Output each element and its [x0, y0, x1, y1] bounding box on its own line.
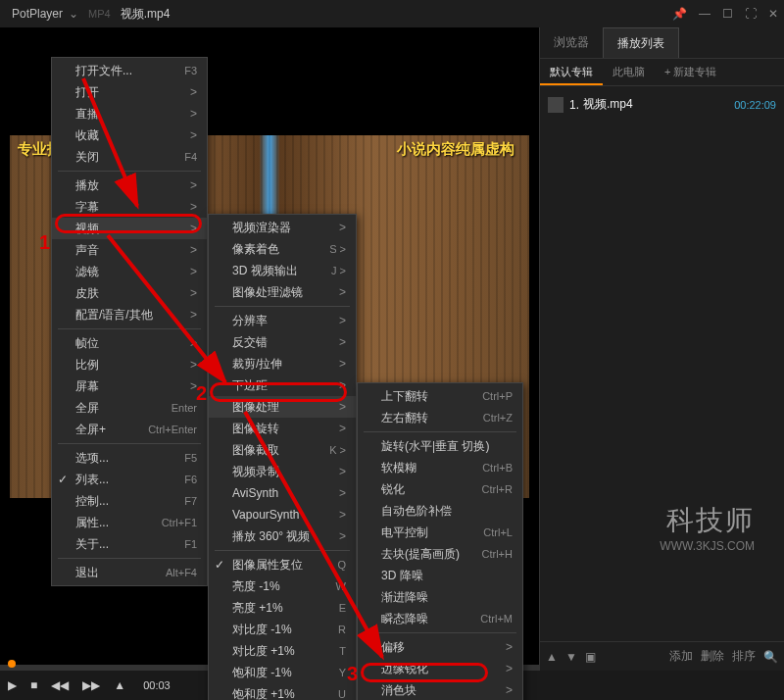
footer-add[interactable]: 添加 — [669, 648, 693, 665]
chevron-right-icon: > — [190, 85, 197, 99]
menu-item[interactable]: 播放 360° 视频> — [209, 525, 356, 547]
menu-item[interactable]: 图像旋转> — [209, 418, 356, 439]
menu-item[interactable]: 消色块> — [358, 679, 522, 700]
menu-item[interactable]: 图像截取K > — [209, 439, 356, 461]
chevron-right-icon: > — [190, 308, 197, 322]
menu-item-label: 收藏 — [75, 127, 182, 144]
footer-delete[interactable]: 删除 — [701, 648, 724, 665]
menu-item[interactable]: 帧位> — [52, 332, 207, 354]
chevron-right-icon: > — [506, 683, 513, 697]
menu-item[interactable]: ✓列表...F6 — [52, 469, 207, 490]
menu-item[interactable]: 渐进降噪 — [358, 586, 522, 608]
menu-item-shortcut: Ctrl+P — [482, 390, 513, 402]
menu-item[interactable]: 软模糊Ctrl+B — [358, 457, 522, 478]
menu-item[interactable]: VapourSynth> — [209, 504, 356, 525]
menu-item[interactable]: AviSynth> — [209, 482, 356, 504]
menu-item[interactable]: 播放> — [52, 175, 207, 196]
menu-item[interactable]: 比例> — [52, 354, 207, 375]
playlist-item[interactable]: 1. 视频.mp4 00:22:09 — [546, 92, 778, 117]
menu-item[interactable]: 视频录制> — [209, 461, 356, 482]
menu-item-label: 上下翻转 — [381, 388, 465, 405]
menu-item[interactable]: ✓图像属性复位Q — [209, 554, 356, 575]
pin-icon[interactable]: 📌 — [672, 7, 687, 21]
menu-item[interactable]: 3D 降噪 — [358, 565, 522, 586]
menu-item[interactable]: 分辨率> — [209, 310, 356, 331]
menu-item[interactable]: 控制...F7 — [52, 490, 207, 512]
menu-item[interactable]: 饱和度 +1%U — [209, 683, 356, 700]
menu-item[interactable]: 上下翻转Ctrl+P — [358, 385, 522, 407]
play-button[interactable]: ▶ — [8, 678, 17, 692]
menu-item[interactable]: 关闭F4 — [52, 146, 207, 168]
menu-item[interactable]: 旋转(水平|垂直 切换) — [358, 435, 522, 457]
chevron-down-icon[interactable]: ⌄ — [69, 7, 78, 21]
menu-item[interactable]: 反交错> — [209, 331, 356, 353]
menu-item[interactable]: 对比度 -1%R — [209, 619, 356, 640]
menu-item[interactable]: 对比度 +1%T — [209, 640, 356, 662]
prev-button[interactable]: ◀◀ — [51, 678, 69, 692]
tab-playlist[interactable]: 播放列表 — [603, 27, 679, 58]
menu-item[interactable]: 图像处理滤镜> — [209, 281, 356, 303]
menu-item[interactable]: 退出Alt+F4 — [52, 562, 207, 583]
menu-item[interactable]: 自动色阶补偿 — [358, 500, 522, 522]
menu-item[interactable]: 直播> — [52, 103, 207, 125]
menu-item[interactable]: 亮度 +1%E — [209, 597, 356, 619]
fullscreen-button[interactable]: ⛶ — [745, 7, 757, 21]
app-name[interactable]: PotPlayer — [6, 7, 69, 21]
window-controls: — ☐ ⛶ ✕ — [699, 7, 778, 21]
menu-item[interactable]: 裁剪/拉伸> — [209, 353, 356, 375]
menu-item[interactable]: 屏幕> — [52, 375, 207, 397]
menu-item[interactable]: 视频渲染器> — [209, 217, 356, 238]
menu-item[interactable]: 3D 视频输出J > — [209, 260, 356, 281]
expand-icon[interactable]: ▣ — [585, 650, 596, 664]
annotation-box-2 — [210, 382, 347, 402]
menu-item[interactable]: 打开> — [52, 81, 207, 103]
minimize-button[interactable]: — — [699, 7, 710, 21]
stop-button[interactable]: ■ — [30, 678, 37, 692]
album-pc[interactable]: 此电脑 — [603, 59, 655, 85]
move-down-icon[interactable]: ▼ — [565, 650, 577, 664]
menu-item[interactable]: 配置/语言/其他> — [52, 304, 207, 325]
menu-item[interactable]: 声音> — [52, 239, 207, 261]
menu-item[interactable]: 收藏> — [52, 125, 207, 146]
menu-item[interactable]: 饱和度 -1%Y — [209, 662, 356, 683]
seek-handle[interactable] — [8, 660, 16, 668]
tab-browser[interactable]: 浏览器 — [540, 27, 603, 58]
menu-item[interactable]: 像素着色S > — [209, 238, 356, 260]
menu-item[interactable]: 偏移> — [358, 636, 522, 658]
search-icon[interactable]: 🔍 — [763, 650, 778, 664]
menu-item[interactable]: 打开文件...F3 — [52, 60, 207, 81]
menu-item-label: 饱和度 -1% — [232, 665, 321, 681]
menu-separator — [364, 431, 516, 432]
menu-item[interactable]: 电平控制Ctrl+L — [358, 522, 522, 543]
maximize-button[interactable]: ☐ — [722, 7, 733, 21]
move-up-icon[interactable]: ▲ — [546, 650, 558, 664]
menu-item-label: 软模糊 — [381, 460, 465, 476]
footer-sort[interactable]: 排序 — [732, 648, 756, 665]
menu-item-shortcut: Ctrl+B — [482, 462, 513, 474]
settings-icon[interactable]: ▲ — [114, 678, 125, 692]
menu-item[interactable]: 关于...F1 — [52, 533, 207, 555]
close-button[interactable]: ✕ — [768, 7, 778, 21]
menu-item[interactable]: 属性...Ctrl+F1 — [52, 512, 207, 533]
menu-item[interactable]: 全屏Enter — [52, 397, 207, 419]
album-new[interactable]: + 新建专辑 — [655, 59, 726, 85]
menu-item-label: 锐化 — [381, 481, 465, 498]
menu-separator — [58, 328, 201, 329]
menu-item-label: 图像处理滤镜 — [232, 284, 331, 301]
menu-item[interactable]: 锐化Ctrl+R — [358, 478, 522, 500]
menu-item[interactable]: 全屏+Ctrl+Enter — [52, 419, 207, 440]
menu-item[interactable]: 左右翻转Ctrl+Z — [358, 407, 522, 428]
menu-item[interactable]: 亮度 -1%W — [209, 575, 356, 597]
menu-item-label: 左右翻转 — [381, 410, 466, 426]
menu-item-label: 选项... — [75, 450, 167, 467]
menu-item[interactable]: 滤镜> — [52, 261, 207, 282]
menu-item-label: 饱和度 +1% — [232, 686, 320, 701]
next-button[interactable]: ▶▶ — [82, 678, 100, 692]
menu-item[interactable]: 皮肤> — [52, 282, 207, 304]
menu-item[interactable]: 选项...F5 — [52, 447, 207, 469]
menu-item-shortcut: J > — [331, 265, 346, 276]
menu-item-label: 分辨率 — [232, 313, 331, 329]
menu-item[interactable]: 瞬态降噪Ctrl+M — [358, 608, 522, 629]
menu-item[interactable]: 去块(提高画质)Ctrl+H — [358, 543, 522, 565]
album-default[interactable]: 默认专辑 — [540, 59, 603, 85]
